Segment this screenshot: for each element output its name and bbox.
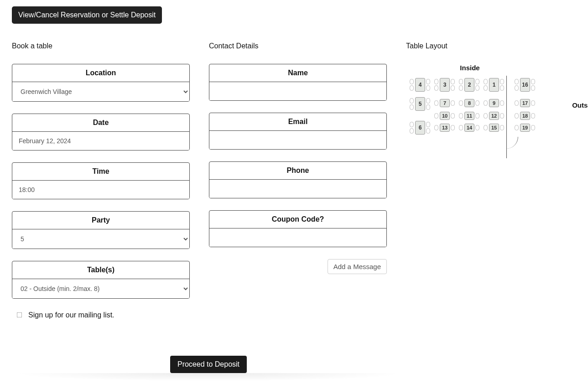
tables-select[interactable]: 02 - Outside (min. 2/max. 8) [12, 279, 189, 298]
table-8[interactable]: 8 [464, 99, 474, 107]
seat-icon [426, 85, 430, 91]
seat-icon [451, 125, 455, 130]
email-label: Email [209, 113, 386, 131]
seat-icon [434, 85, 438, 91]
seat-icon [515, 125, 519, 130]
time-label: Time [12, 163, 189, 181]
table-2[interactable]: 2 [464, 78, 474, 92]
seat-icon [451, 79, 455, 84]
coupon-input[interactable] [209, 228, 386, 247]
table-9[interactable]: 9 [489, 99, 499, 107]
phone-label: Phone [209, 162, 386, 180]
inside-label: Inside [406, 64, 534, 72]
table-17[interactable]: 17 [520, 99, 530, 107]
table-12[interactable]: 12 [489, 112, 499, 120]
seat-icon [484, 79, 488, 84]
table-15[interactable]: 15 [489, 124, 499, 132]
table-16[interactable]: 16 [520, 78, 530, 92]
location-label: Location [12, 64, 189, 82]
seat-icon [434, 113, 438, 119]
coupon-label: Coupon Code? [209, 211, 386, 228]
party-field-group: Party 5 [12, 211, 190, 249]
name-input[interactable] [209, 82, 386, 100]
table-11[interactable]: 11 [464, 112, 474, 120]
outside-label: Outside [572, 101, 588, 109]
seat-icon [484, 113, 488, 119]
view-cancel-reservation-button[interactable]: View/Cancel Reservation or Settle Deposi… [12, 6, 162, 24]
name-label: Name [209, 64, 386, 82]
time-field-group: Time [12, 162, 190, 199]
seat-icon [500, 125, 504, 130]
tables-field-group: Table(s) 02 - Outside (min. 2/max. 8) [12, 261, 190, 299]
table-13[interactable]: 13 [440, 124, 450, 132]
tables-label: Table(s) [12, 261, 189, 279]
seat-icon [531, 113, 535, 119]
seat-icon [434, 79, 438, 84]
party-select[interactable]: 5 [12, 229, 189, 249]
table-4[interactable]: 4 [415, 78, 425, 92]
table-18[interactable]: 18 [520, 112, 530, 120]
table-10[interactable]: 10 [440, 112, 450, 120]
seat-icon [500, 85, 504, 91]
seat-icon [410, 104, 414, 110]
seat-icon [531, 125, 535, 130]
email-field-group: Email [209, 113, 387, 150]
mailing-list-checkbox[interactable] [17, 312, 22, 318]
coupon-field-group: Coupon Code? [209, 210, 387, 247]
table-5[interactable]: 5 [415, 97, 425, 111]
seat-icon [434, 125, 438, 130]
table-14[interactable]: 14 [464, 124, 474, 132]
proceed-to-deposit-button[interactable]: Proceed to Deposit [170, 356, 247, 373]
contact-details-heading: Contact Details [209, 42, 387, 50]
table-19[interactable]: 19 [520, 124, 530, 132]
date-label: Date [12, 114, 189, 132]
table-layout-heading: Table Layout [406, 42, 576, 50]
seat-icon [459, 113, 463, 119]
name-field-group: Name [209, 64, 387, 101]
seat-icon [475, 113, 479, 119]
seat-icon [515, 113, 519, 119]
table-3[interactable]: 3 [440, 78, 450, 92]
mailing-list-label: Sign up for our mailing list. [28, 311, 114, 319]
table-6[interactable]: 6 [415, 121, 425, 135]
seat-icon [410, 128, 414, 134]
seat-icon [484, 85, 488, 91]
seat-icon [410, 122, 414, 127]
seat-icon [410, 85, 414, 91]
seat-icon [500, 113, 504, 119]
seat-icon [475, 125, 479, 130]
seat-icon [459, 125, 463, 130]
location-select[interactable]: Greenwich Village [12, 82, 189, 101]
seat-icon [451, 85, 455, 91]
seat-icon [515, 79, 519, 84]
party-label: Party [12, 212, 189, 229]
seat-icon [515, 100, 519, 106]
seat-icon [475, 100, 479, 106]
shadow-decoration [12, 373, 405, 381]
mailing-list-row[interactable]: Sign up for our mailing list. [12, 311, 190, 319]
phone-field-group: Phone [209, 161, 387, 198]
seat-icon [426, 128, 430, 134]
date-input[interactable] [12, 132, 189, 150]
table-7[interactable]: 7 [440, 99, 450, 107]
table-layout-map: Inside Outside 4 3 2 1 16 [406, 64, 570, 156]
table-1[interactable]: 1 [489, 78, 499, 92]
seat-icon [451, 100, 455, 106]
email-input[interactable] [209, 131, 386, 149]
seat-icon [531, 85, 535, 91]
time-input[interactable] [12, 181, 189, 199]
seat-icon [451, 113, 455, 119]
add-a-message-button[interactable]: Add a Message [328, 259, 387, 274]
seat-icon [484, 125, 488, 130]
seat-icon [484, 100, 488, 106]
seat-icon [500, 100, 504, 106]
seat-icon [475, 85, 479, 91]
seat-icon [410, 98, 414, 104]
seat-icon [515, 85, 519, 91]
seat-icon [426, 104, 430, 110]
seat-icon [475, 79, 479, 84]
seat-icon [531, 100, 535, 106]
phone-input[interactable] [209, 180, 386, 198]
seat-icon [500, 79, 504, 84]
seat-icon [410, 79, 414, 84]
